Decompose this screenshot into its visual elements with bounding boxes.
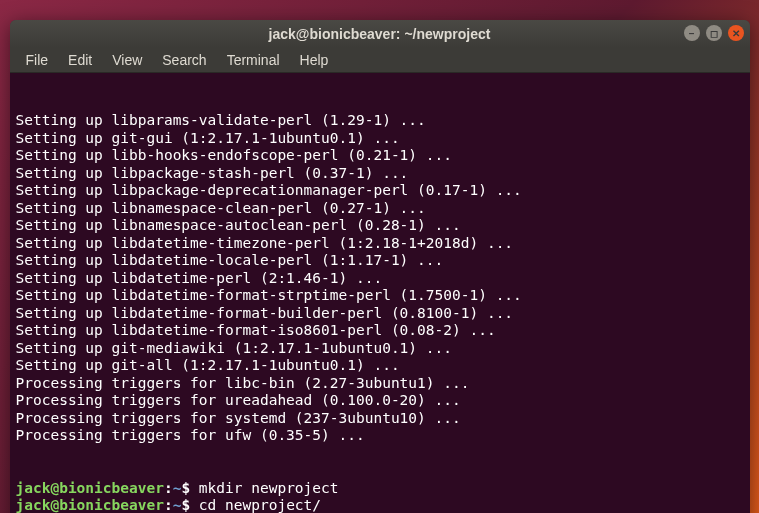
output-line: Setting up libnamespace-clean-perl (0.27… (16, 200, 744, 218)
prompt-command: cd newproject/ (199, 497, 321, 513)
prompt-symbol: $ (181, 497, 198, 513)
output-line: Setting up libnamespace-autoclean-perl (… (16, 217, 744, 235)
output-line: Setting up git-gui (1:2.17.1-1ubuntu0.1)… (16, 130, 744, 148)
output-line: Setting up libpackage-deprecationmanager… (16, 182, 744, 200)
output-line: Processing triggers for systemd (237-3ub… (16, 410, 744, 428)
window-controls: – ◻ ✕ (684, 25, 744, 41)
terminal-window: jack@bionicbeaver: ~/newproject – ◻ ✕ Fi… (10, 20, 750, 513)
prompt-command: mkdir newproject (199, 480, 339, 496)
terminal-prompts: jack@bionicbeaver:~$ mkdir newprojectjac… (16, 480, 744, 514)
output-line: Processing triggers for libc-bin (2.27-3… (16, 375, 744, 393)
prompt-line: jack@bionicbeaver:~$ cd newproject/ (16, 497, 744, 513)
terminal-output: Setting up libparams-validate-perl (1.29… (16, 112, 744, 445)
output-line: Setting up libdatetime-perl (2:1.46-1) .… (16, 270, 744, 288)
terminal-viewport[interactable]: Setting up libparams-validate-perl (1.29… (10, 73, 750, 513)
prompt-userhost: jack@bionicbeaver (16, 480, 164, 496)
titlebar[interactable]: jack@bionicbeaver: ~/newproject – ◻ ✕ (10, 20, 750, 48)
output-line: Setting up libdatetime-format-iso8601-pe… (16, 322, 744, 340)
output-line: Setting up libdatetime-format-strptime-p… (16, 287, 744, 305)
menu-terminal[interactable]: Terminal (217, 49, 290, 71)
output-line: Setting up libdatetime-locale-perl (1:1.… (16, 252, 744, 270)
output-line: Setting up git-mediawiki (1:2.17.1-1ubun… (16, 340, 744, 358)
menubar: File Edit View Search Terminal Help (10, 48, 750, 73)
output-line: Setting up libpackage-stash-perl (0.37-1… (16, 165, 744, 183)
maximize-button[interactable]: ◻ (706, 25, 722, 41)
prompt-line: jack@bionicbeaver:~$ mkdir newproject (16, 480, 744, 498)
output-line: Setting up libb-hooks-endofscope-perl (0… (16, 147, 744, 165)
output-line: Setting up libdatetime-format-builder-pe… (16, 305, 744, 323)
prompt-sep: : (164, 497, 173, 513)
prompt-userhost: jack@bionicbeaver (16, 497, 164, 513)
menu-edit[interactable]: Edit (58, 49, 102, 71)
window-title: jack@bionicbeaver: ~/newproject (269, 26, 491, 42)
close-button[interactable]: ✕ (728, 25, 744, 41)
menu-view[interactable]: View (102, 49, 152, 71)
output-line: Setting up libparams-validate-perl (1.29… (16, 112, 744, 130)
menu-file[interactable]: File (16, 49, 59, 71)
prompt-sep: : (164, 480, 173, 496)
output-line: Processing triggers for ureadahead (0.10… (16, 392, 744, 410)
output-line: Processing triggers for ufw (0.35-5) ... (16, 427, 744, 445)
output-line: Setting up git-all (1:2.17.1-1ubuntu0.1)… (16, 357, 744, 375)
prompt-symbol: $ (181, 480, 198, 496)
output-line: Setting up libdatetime-timezone-perl (1:… (16, 235, 744, 253)
minimize-button[interactable]: – (684, 25, 700, 41)
menu-search[interactable]: Search (152, 49, 216, 71)
menu-help[interactable]: Help (290, 49, 339, 71)
